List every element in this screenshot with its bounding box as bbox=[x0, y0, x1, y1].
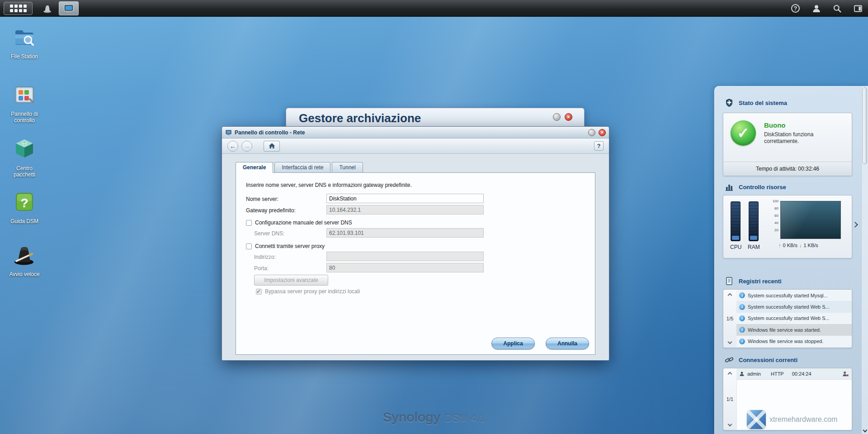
disconnect-button[interactable] bbox=[842, 371, 849, 377]
dns-server-input bbox=[326, 228, 484, 238]
close-button[interactable]: × bbox=[599, 129, 606, 136]
dialog-tabs: Generale Interfaccia di rete Tunnel bbox=[236, 162, 363, 173]
close-button[interactable]: × bbox=[565, 113, 572, 121]
desktop-icon-file-station[interactable]: File Station bbox=[1, 25, 48, 60]
pilot-view-button[interactable] bbox=[853, 4, 863, 13]
proxy-address-label: Indirizzo: bbox=[254, 254, 276, 260]
monitor-icon bbox=[63, 4, 74, 14]
proxy-address-input bbox=[326, 252, 484, 261]
section-title: Registri recenti bbox=[739, 278, 782, 285]
close-icon: × bbox=[601, 130, 604, 135]
cancel-button[interactable]: Annulla bbox=[546, 338, 589, 349]
minimize-button[interactable] bbox=[553, 113, 561, 121]
main-menu-icon bbox=[10, 5, 27, 12]
info-icon: i bbox=[739, 327, 745, 333]
back-button[interactable]: ← bbox=[227, 141, 238, 152]
desktop-icon-control-panel[interactable]: Pannello di controllo bbox=[1, 82, 48, 124]
gateway-input bbox=[326, 205, 484, 215]
download-value: 1 KB/s bbox=[803, 243, 818, 248]
help-info-button[interactable]: ? bbox=[791, 4, 800, 13]
tab-interfaccia-di-rete[interactable]: Interfaccia di rete bbox=[274, 162, 330, 172]
resource-expand-button[interactable] bbox=[853, 220, 857, 229]
magic-hat-icon bbox=[42, 4, 52, 14]
apply-button[interactable]: Applica bbox=[491, 338, 535, 349]
page-indicator: 1/5 bbox=[726, 316, 733, 321]
log-text: System successfully started Web S... bbox=[748, 304, 830, 310]
page-up-button[interactable] bbox=[728, 293, 732, 298]
desktop-icon-label: Centro pacchetti bbox=[5, 165, 44, 178]
chevron-right-icon bbox=[852, 222, 858, 228]
recent-logs-header: Registri recenti bbox=[725, 277, 782, 286]
logs-pagination: 1/5 bbox=[723, 290, 736, 348]
taskbar-app-quick-launch[interactable] bbox=[39, 1, 56, 15]
forward-icon: → bbox=[244, 143, 250, 150]
home-button[interactable] bbox=[264, 141, 280, 152]
connection-row[interactable]: admin HTTP 00:24:24 bbox=[736, 368, 852, 380]
bypass-proxy-checkbox: ✓ bbox=[256, 289, 262, 295]
search-icon bbox=[833, 4, 842, 13]
user-icon bbox=[739, 371, 745, 377]
watermark-logo bbox=[747, 410, 766, 429]
log-text: Windows file service was stopped. bbox=[748, 339, 824, 344]
control-panel-network-dialog: Pannello di controllo - Rete × ← → ? bbox=[222, 126, 609, 361]
server-name-label: Nome server: bbox=[246, 196, 278, 202]
log-row[interactable]: i System successfully started Mysql... bbox=[736, 290, 852, 301]
scroll-down-button[interactable] bbox=[862, 426, 868, 434]
desktop-icon-label: Guida DSM bbox=[5, 218, 44, 224]
page-down-button[interactable] bbox=[728, 422, 732, 427]
proxy-checkbox-label[interactable]: Connetti tramite server proxy bbox=[255, 243, 325, 249]
widget-panel-scrollbar[interactable] bbox=[861, 86, 868, 434]
log-row[interactable]: i System successfully started Web S... bbox=[736, 301, 852, 312]
minimize-button[interactable] bbox=[588, 129, 595, 136]
page-down-button[interactable] bbox=[728, 340, 732, 344]
user-menu-button[interactable] bbox=[811, 4, 821, 13]
forward-button[interactable]: → bbox=[241, 141, 252, 152]
tab-generale[interactable]: Generale bbox=[236, 162, 273, 173]
system-status-box: ✓ Buono DiskStation funziona correttamen… bbox=[723, 113, 852, 176]
page-up-button[interactable] bbox=[728, 372, 732, 377]
dialog-titlebar[interactable]: Pannello di controllo - Rete × bbox=[222, 127, 609, 138]
brand-name: Synology bbox=[383, 410, 440, 424]
scale-60: 60 bbox=[769, 214, 778, 218]
disconnect-icon bbox=[842, 371, 849, 377]
taskbar-app-control-panel[interactable] bbox=[59, 1, 79, 15]
bar-chart-icon bbox=[725, 182, 734, 191]
cpu-meter bbox=[731, 201, 741, 241]
log-document-icon bbox=[725, 277, 734, 286]
scrollbar-thumb[interactable] bbox=[863, 87, 867, 164]
tab-tunnel[interactable]: Tunnel bbox=[332, 162, 363, 172]
checkmark-icon: ✓ bbox=[256, 288, 261, 295]
watermark: xtremehardware.com bbox=[747, 410, 837, 429]
connection-user: admin bbox=[747, 371, 761, 377]
manual-dns-checkbox-label[interactable]: Configurazione manuale del server DNS bbox=[255, 219, 352, 226]
close-icon: × bbox=[567, 114, 570, 119]
desktop-icon-quick-launch[interactable]: Avvio veloce bbox=[1, 243, 48, 277]
log-row[interactable]: i System successfully started Web S... bbox=[736, 313, 852, 324]
desktop-icon-dsm-help[interactable]: ? Guida DSM bbox=[1, 190, 48, 224]
connection-protocol: HTTP bbox=[771, 371, 784, 377]
proxy-checkbox[interactable] bbox=[246, 243, 252, 249]
search-button[interactable] bbox=[832, 4, 842, 13]
log-text: Windows file service was started. bbox=[748, 327, 821, 333]
connections-pagination: 1/1 bbox=[723, 368, 736, 430]
storage-manager-title: Gestore archiviazione bbox=[299, 111, 421, 125]
desktop-icon-package-center[interactable]: Centro pacchetti bbox=[1, 137, 48, 178]
widget-panel-icon bbox=[854, 4, 863, 13]
main-menu-button[interactable] bbox=[4, 2, 33, 15]
log-rows: i System successfully started Mysql... i… bbox=[736, 290, 852, 348]
uptime: Tempo di attività: 00:32:46 bbox=[723, 162, 852, 176]
server-name-input[interactable] bbox=[326, 194, 484, 203]
scale-80: 80 bbox=[769, 206, 778, 210]
checkmark-icon: ✓ bbox=[737, 124, 750, 142]
log-row[interactable]: i Windows file service was started. bbox=[736, 324, 852, 335]
file-station-icon bbox=[12, 25, 37, 49]
info-icon: i bbox=[739, 339, 745, 344]
log-row[interactable]: i Windows file service was stopped. bbox=[736, 336, 852, 347]
section-title: Connessioni correnti bbox=[739, 357, 797, 363]
ram-meter bbox=[749, 201, 759, 241]
status-value: Buono bbox=[764, 121, 785, 129]
manual-dns-checkbox[interactable] bbox=[246, 220, 252, 226]
dialog-help-button[interactable]: ? bbox=[594, 141, 604, 151]
gateway-label: Gateway predefinito: bbox=[246, 207, 296, 214]
link-icon bbox=[725, 355, 734, 364]
